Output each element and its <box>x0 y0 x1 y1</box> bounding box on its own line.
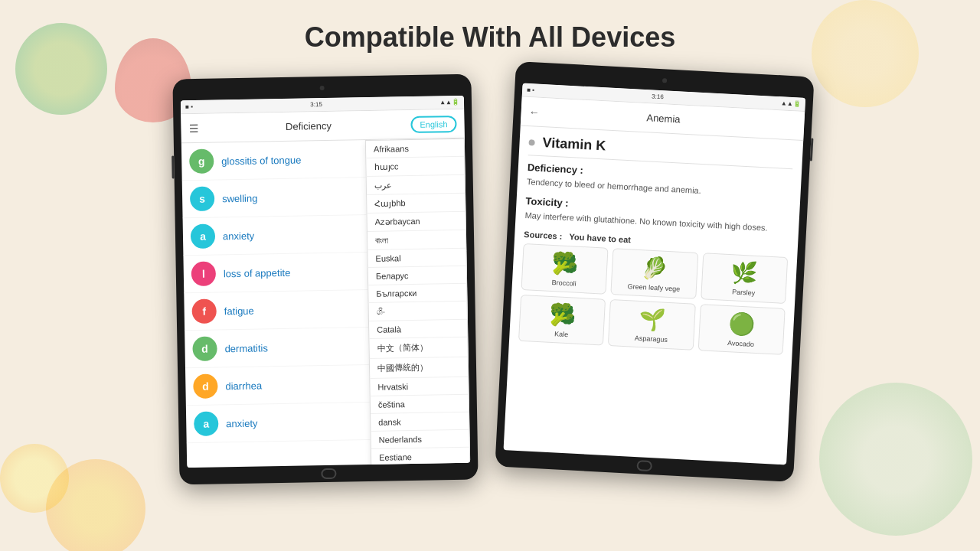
food-card[interactable]: 🟢 Avocado <box>697 304 785 355</box>
hamburger-icon[interactable]: ☰ <box>188 122 198 134</box>
dropdown-item-czech[interactable]: čeština <box>371 395 469 414</box>
right-tablet-screen: ■ ▪ 3:16 ▲▲🔋 ← Anemia Vitamin K Deficien… <box>504 83 806 465</box>
right-tablet-home-button[interactable] <box>636 460 652 471</box>
right-status-time: 3:16 <box>652 93 664 100</box>
food-label: Broccoli <box>551 279 576 288</box>
vitamin-content: Vitamin K Deficiency : Tendency to bleed… <box>509 126 804 364</box>
right-tablet: ■ ▪ 3:16 ▲▲🔋 ← Anemia Vitamin K Deficien… <box>495 61 814 482</box>
left-header-title: Deficiency <box>206 119 410 134</box>
food-icon: 🟢 <box>728 311 756 337</box>
back-arrow-icon[interactable]: ← <box>528 106 540 119</box>
list-label: glossitis of tongue <box>221 154 301 167</box>
left-tablet-screen: ■ ▪ 3:15 ▲▲🔋 ☰ Deficiency English Afrika… <box>181 96 470 468</box>
dropdown-item-armenian[interactable]: հայcc <box>366 157 464 177</box>
dropdown-item-danish[interactable]: dansk <box>371 412 469 432</box>
dropdown-item-estonian[interactable]: Eestiane <box>371 448 469 467</box>
left-status-left: ■ ▪ <box>185 103 193 110</box>
list-label: diarrhea <box>225 380 262 392</box>
left-tablet-home-button[interactable] <box>321 468 336 479</box>
list-avatar: s <box>190 187 215 212</box>
dropdown-item-armenian2[interactable]: Հայbhb <box>367 194 465 214</box>
dropdown-item-sinhala[interactable]: ශිං <box>369 302 467 321</box>
food-card[interactable]: 🥬 Green leafy vege <box>611 248 698 299</box>
list-label: dermatitis <box>224 342 268 354</box>
food-icon: 🥬 <box>641 255 669 282</box>
language-button[interactable]: English <box>410 115 456 132</box>
dropdown-item-croatian[interactable]: Hrvatski <box>370 377 468 396</box>
list-avatar: l <box>191 261 217 286</box>
page-title: Compatible With All Devices <box>0 0 980 54</box>
language-dropdown: Afrikaans հայcc عرب Հայbhb Azərbaycan বা… <box>365 139 470 468</box>
left-status-icons: ▲▲🔋 <box>439 99 459 106</box>
food-icon: 🌱 <box>638 306 666 333</box>
dropdown-item-basque[interactable]: Euskal <box>368 249 466 268</box>
sources-keyword: Sources : <box>524 230 563 241</box>
list-label: anxiety <box>223 230 254 242</box>
food-icon: 🥦 <box>548 302 577 328</box>
food-label: Parsley <box>732 288 755 297</box>
left-app-header: ☰ Deficiency English Afrikaans հայcc عرب… <box>181 109 465 143</box>
left-tablet-camera <box>320 86 325 90</box>
dropdown-item-english[interactable]: English <box>371 465 469 468</box>
food-card[interactable]: 🌱 Asparagus <box>608 299 695 350</box>
dropdown-item-dutch[interactable]: Nederlands <box>371 430 469 449</box>
food-grid: 🥦 Broccoli 🥬 Green leafy vege 🌿 Parsley … <box>518 243 788 355</box>
food-card[interactable]: 🥦 Kale <box>518 295 606 346</box>
list-avatar: f <box>191 298 217 324</box>
right-header-title: Anemia <box>545 106 781 130</box>
food-label: Avocado <box>727 339 754 348</box>
food-icon: 🥦 <box>551 250 580 277</box>
food-label: Asparagus <box>635 334 668 344</box>
dropdown-item-bulgarian[interactable]: Български <box>368 284 466 303</box>
dropdown-item-catalan[interactable]: Català <box>369 320 467 339</box>
right-status-left: ■ ▪ <box>527 86 534 94</box>
list-label: swelling <box>222 192 258 204</box>
food-card[interactable]: 🥦 Broccoli <box>521 243 609 295</box>
left-tablet-side-button <box>172 155 175 178</box>
vitamin-title: Vitamin K <box>539 135 606 155</box>
food-icon: 🌿 <box>730 259 759 286</box>
food-label: Green leafy vege <box>627 282 680 293</box>
list-avatar: d <box>193 373 218 399</box>
dropdown-item-bengali[interactable]: বাংলা <box>368 230 466 250</box>
right-tablet-side-button <box>810 138 814 161</box>
right-tablet-camera <box>662 78 667 83</box>
list-label: loss of appetite <box>224 266 291 279</box>
dropdown-item-chinese-traditional[interactable]: 中國傳統的） <box>370 357 468 379</box>
list-avatar: a <box>191 224 216 249</box>
list-avatar: a <box>194 411 219 436</box>
list-label: fatigue <box>224 305 254 317</box>
vitamin-bullet <box>528 139 534 145</box>
list-avatar: d <box>192 336 217 361</box>
food-card[interactable]: 🌿 Parsley <box>701 253 788 304</box>
list-label: anxiety <box>226 417 257 429</box>
left-status-time: 3:15 <box>310 101 322 108</box>
list-avatar: g <box>189 149 214 174</box>
dropdown-item-belarusian[interactable]: Беларус <box>368 266 466 285</box>
food-label: Kale <box>554 330 569 338</box>
dropdown-item-afrikaans[interactable]: Afrikaans <box>366 139 464 158</box>
dropdown-item-azerbaijani[interactable]: Azərbaycan <box>368 212 466 232</box>
dropdown-item-arabic[interactable]: عرب <box>367 175 465 195</box>
dropdown-item-chinese-simplified[interactable]: 中文（简体） <box>369 337 467 359</box>
right-status-icons: ▲▲🔋 <box>781 99 801 107</box>
devices-container: ■ ▪ 3:15 ▲▲🔋 ☰ Deficiency English Afrika… <box>0 69 980 482</box>
sources-sublabel: You have to eat <box>569 232 631 244</box>
left-tablet: ■ ▪ 3:15 ▲▲🔋 ☰ Deficiency English Afrika… <box>172 74 478 485</box>
